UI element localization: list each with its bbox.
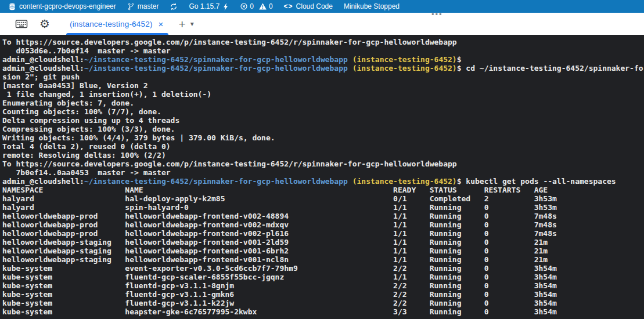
statusbar-project-label: content-gcpro-devops-engineer (19, 2, 116, 10)
terminal-line: Total 4 (delta 2), reused 0 (delta 0) (2, 142, 644, 151)
terminal-line: kube-system fluentd-gcp-v3.1.1-8gnjm 2/2… (2, 281, 644, 290)
terminal-line: [master 0aa0453] Blue, Version 2 (2, 81, 644, 90)
active-tab-indicator (66, 33, 168, 35)
terminal-line: halyard hal-deploy-apply-k2m85 0/1 Compl… (2, 194, 644, 203)
statusbar-project-item[interactable]: content-gcpro-devops-engineer (8, 0, 116, 13)
git-branch-icon (127, 2, 135, 11)
status-bar: content-gcpro-devops-engineer master Go … (0, 0, 644, 13)
keyboard-button[interactable] (15, 19, 28, 29)
code-brackets-icon: <> (284, 2, 293, 10)
terminal-line: To https://source.developers.google.com/… (2, 160, 644, 168)
statusbar-sync-item[interactable] (170, 0, 178, 13)
terminal-line: halyard spin-halyard-0 1/1 Running 0 3h5… (2, 203, 644, 212)
terminal-line: helloworldwebapp-staging helloworldwebap… (2, 246, 644, 255)
terminal-line: Writing objects: 100% (4/4), 379 bytes |… (2, 133, 644, 142)
terminal-line: admin_@cloudshell:~/instance-testing-645… (2, 64, 644, 72)
statusbar-go-label: Go 1.15.7 (189, 2, 220, 10)
statusbar-branch-label: master (138, 2, 159, 10)
terminal-line: kube-system heapster-gke-6c76577995-2kwb… (2, 307, 644, 316)
terminal-line: Enumerating objects: 7, done. (2, 99, 644, 107)
terminal-line: helloworldwebapp-staging helloworldwebap… (2, 255, 644, 264)
error-icon (240, 2, 248, 10)
terminal-line: Counting objects: 100% (7/7), done. (2, 107, 644, 116)
terminal-line: kube-system fluentd-gcp-scaler-6855f55bc… (2, 273, 644, 281)
gear-icon: ⚙ (39, 18, 50, 30)
terminal-output: To https://source.developers.google.com/… (2, 38, 644, 316)
terminal-line: 7b0ef14..0aa0453 master -> master (2, 168, 644, 177)
minikube-label: Minikube Stopped (344, 2, 400, 10)
tab-instance-testing-6452[interactable]: (instance-testing-6452) × (64, 13, 171, 35)
close-icon[interactable]: × (157, 20, 165, 28)
terminal-line: kube-system fluentd-gcp-v3.1.1-gmkn6 2/2… (2, 290, 644, 299)
database-icon (8, 2, 16, 11)
terminal-line: Delta compression using up to 4 threads (2, 116, 644, 125)
terminal-line: helloworldwebapp-staging helloworldwebap… (2, 238, 644, 246)
terminal-settings-button[interactable]: ⚙ (39, 18, 50, 30)
keyboard-icon (15, 19, 28, 29)
cloud-code-label: Cloud Code (296, 2, 333, 10)
terminal-line: kube-system fluentd-gcp-v3.1.1-k22jw 2/2… (2, 299, 644, 307)
warning-icon (258, 2, 267, 10)
terminal-tab-bar: ••• ⚙ (instance-testing-6452) × + ▾ (0, 13, 644, 35)
terminal[interactable]: To https://source.developers.google.com/… (0, 35, 644, 319)
statusbar-branch-item[interactable]: master (127, 0, 159, 13)
terminal-line: admin_@cloudshell:~/instance-testing-645… (2, 177, 644, 186)
terminal-line: admin_@cloudshell:~/instance-testing-645… (2, 55, 644, 64)
terminal-line: remote: Resolving deltas: 100% (2/2) (2, 151, 644, 160)
terminal-line: Compressing objects: 100% (3/3), done. (2, 125, 644, 133)
terminal-line: 1 file changed, 1 insertion(+), 1 deleti… (2, 90, 644, 99)
terminal-line: NAMESPACE NAME READY STATUS RESTARTS AGE (2, 186, 644, 194)
terminal-line: sion 2"; git push (2, 72, 644, 81)
terminal-line: helloworldwebapp-prod helloworldwebapp-f… (2, 220, 644, 229)
terminal-line: kube-system event-exporter-v0.3.0-5cd6cc… (2, 264, 644, 273)
terminal-line: helloworldwebapp-prod helloworldwebapp-f… (2, 229, 644, 238)
new-tab-button[interactable]: + (177, 18, 188, 30)
sync-icon (170, 2, 178, 11)
statusbar-go-item[interactable]: Go 1.15.7 (189, 0, 229, 13)
statusbar-problems-item[interactable]: 0 0 (240, 2, 272, 10)
panel-drag-handle[interactable]: ••• (431, 12, 443, 17)
lightning-icon (222, 2, 229, 11)
terminal-line: d053d6e..7b0ef14 master -> master (2, 46, 644, 55)
terminal-line: helloworldwebapp-prod helloworldwebapp-f… (2, 212, 644, 220)
warning-count: 0 (269, 2, 273, 10)
terminal-line: To https://source.developers.google.com/… (2, 38, 644, 46)
tab-label: (instance-testing-6452) (70, 20, 153, 28)
statusbar-cloud-code-item[interactable]: <> Cloud Code (284, 0, 333, 13)
chevron-down-icon: ▾ (190, 20, 194, 28)
tab-menu-button[interactable]: ▾ (188, 20, 196, 28)
statusbar-minikube-item[interactable]: Minikube Stopped (344, 0, 400, 13)
error-count: 0 (250, 2, 254, 10)
